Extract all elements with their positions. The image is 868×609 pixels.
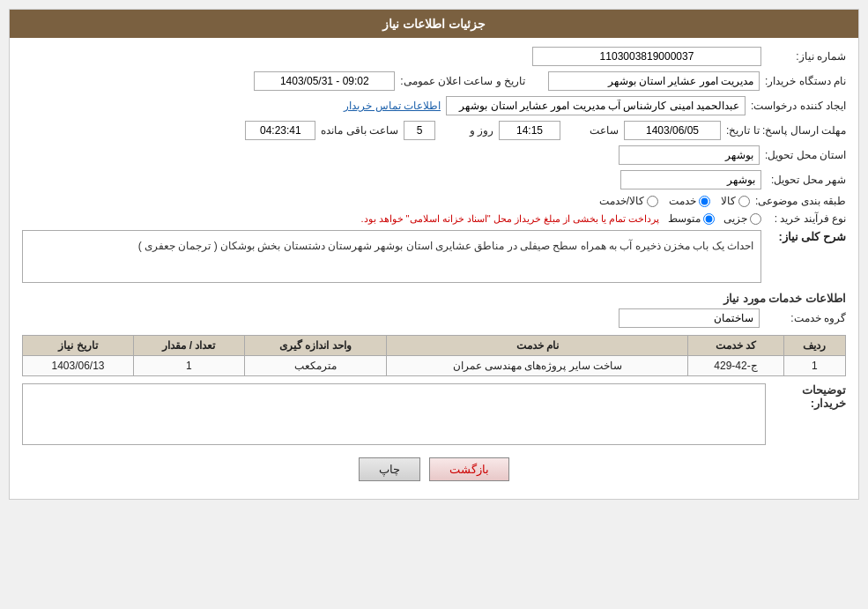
print-button[interactable]: چاپ: [359, 457, 420, 481]
buyer-org-input[interactable]: [548, 71, 760, 91]
response-deadline-label: مهلت ارسال پاسخ: تا تاریخ:: [726, 124, 846, 137]
category-kala-item[interactable]: کالا: [721, 195, 750, 207]
response-time-input[interactable]: [499, 121, 560, 140]
response-remain-input[interactable]: [245, 121, 315, 140]
city-input[interactable]: [620, 170, 761, 189]
purchase-jozi-radio[interactable]: [750, 213, 761, 225]
response-remain-label: ساعت باقی مانده: [321, 124, 398, 137]
page-header: جزئیات اطلاعات نیاز: [10, 10, 858, 38]
table-cell-row: 1: [783, 356, 845, 376]
table-row: 1ج-42-429ساخت سایر پروژه‌های مهندسی عمرا…: [23, 356, 846, 376]
need-number-input[interactable]: [532, 47, 761, 66]
buyer-notes-label: توضیحات خریدار:: [771, 383, 846, 410]
purchase-motavaset-label: متوسط: [668, 212, 701, 225]
response-days-input[interactable]: [404, 121, 435, 140]
response-days-label: روز و: [441, 124, 493, 137]
description-section-title: شرح کلی نیاز:: [767, 230, 846, 243]
announce-date-input[interactable]: [254, 71, 395, 91]
category-label: طبقه بندی موضوعی:: [755, 195, 846, 207]
response-date-input[interactable]: [624, 121, 721, 140]
description-text: احداث یک باب مخزن ذخیره آب به همراه سطح …: [138, 240, 753, 252]
purchase-type-section: جزیی متوسط پرداخت تمام یا بخشی از مبلغ خ…: [360, 212, 761, 225]
services-section-title: اطلاعات خدمات مورد نیاز: [22, 292, 846, 305]
category-kala-khedmat-item[interactable]: کالا/خدمت: [599, 195, 658, 207]
category-khedmat-label: خدمت: [669, 195, 696, 207]
category-radio-group: کالا خدمت کالا/خدمت: [599, 195, 750, 207]
announce-date-label: تاریخ و ساعت اعلان عمومی:: [400, 75, 525, 87]
need-number-label: شماره نیاز:: [767, 50, 846, 63]
contact-link[interactable]: اطلاعات تماس خریدار: [344, 100, 441, 112]
col-header-unit: واحد اندازه گیری: [244, 336, 386, 356]
table-cell-date: 1403/06/13: [23, 356, 134, 376]
col-header-quantity: تعداد / مقدار: [134, 336, 245, 356]
service-group-input[interactable]: [619, 308, 760, 328]
buyer-notes-textarea[interactable]: [22, 383, 766, 445]
table-cell-code: ج-42-429: [688, 356, 784, 376]
col-header-code: کد خدمت: [688, 336, 784, 356]
purchase-note: پرداخت تمام یا بخشی از مبلغ خریداز محل "…: [360, 213, 659, 225]
response-time-label: ساعت: [566, 124, 619, 137]
back-button[interactable]: بازگشت: [429, 457, 509, 481]
services-table: ردیف کد خدمت نام خدمت واحد اندازه گیری ت…: [22, 335, 846, 376]
creator-label: ایجاد کننده درخواست:: [751, 100, 846, 112]
purchase-motavaset-radio[interactable]: [703, 213, 715, 225]
city-label: شهر محل تحویل:: [767, 174, 846, 186]
service-group-label: گروه خدمت:: [767, 312, 846, 324]
province-input[interactable]: [619, 145, 760, 165]
province-label: استان محل تحویل:: [765, 149, 846, 161]
purchase-motavaset-item[interactable]: متوسط: [668, 212, 715, 225]
col-header-date: تاریخ نیاز: [23, 336, 134, 356]
buyer-org-label: نام دستگاه خریدار:: [765, 75, 846, 87]
category-kala-khedmat-label: کالا/خدمت: [599, 195, 644, 207]
table-cell-unit: مترمکعب: [244, 356, 386, 376]
purchase-jozi-label: جزیی: [723, 212, 747, 225]
services-table-container: ردیف کد خدمت نام خدمت واحد اندازه گیری ت…: [22, 335, 846, 376]
table-cell-quantity: 1: [134, 356, 245, 376]
category-khedmat-item[interactable]: خدمت: [669, 195, 710, 207]
category-kala-radio[interactable]: [738, 196, 750, 207]
buttons-row: بازگشت چاپ: [22, 457, 846, 481]
purchase-jozi-item[interactable]: جزیی: [723, 212, 761, 225]
col-header-name: نام خدمت: [387, 336, 688, 356]
description-box: احداث یک باب مخزن ذخیره آب به همراه سطح …: [22, 230, 761, 283]
purchase-type-label: نوع فرآیند خرید :: [767, 212, 846, 225]
col-header-row: ردیف: [783, 336, 845, 356]
category-khedmat-radio[interactable]: [699, 196, 710, 207]
category-kala-label: کالا: [721, 195, 736, 207]
creator-input[interactable]: [446, 96, 746, 115]
category-kala-khedmat-radio[interactable]: [647, 196, 658, 207]
page-title: جزئیات اطلاعات نیاز: [382, 17, 486, 31]
table-cell-name: ساخت سایر پروژه‌های مهندسی عمران: [387, 356, 688, 376]
